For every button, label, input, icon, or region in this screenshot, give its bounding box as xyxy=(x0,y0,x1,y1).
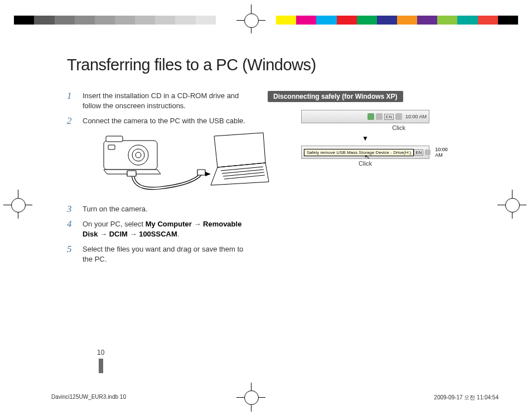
page-number-bar xyxy=(99,359,103,373)
steps-column: Insert the installation CD in a CD-ROM d… xyxy=(67,91,251,269)
page-number: 10 xyxy=(97,349,104,356)
svg-rect-7 xyxy=(197,170,205,175)
taskbar-screenshot-2: Safely remove USB Mass Storage Device - … xyxy=(301,146,429,159)
svg-point-4 xyxy=(136,152,141,158)
language-indicator: EN xyxy=(414,149,423,156)
camera-to-laptop-illustration xyxy=(98,131,271,197)
footer-filename: Davinci125UW_EUR3.indb 10 xyxy=(51,394,126,402)
right-column: Disconnecting safely (for Windows XP) EN… xyxy=(268,91,463,269)
click-label-2: Click xyxy=(303,160,428,167)
step-5: Select the files you want and drag or sa… xyxy=(67,244,251,264)
step-4-mycomputer: My Computer xyxy=(146,220,192,228)
registration-mark-icon xyxy=(505,198,520,213)
step-4-100sscam: 100SSCAM xyxy=(139,230,177,238)
svg-rect-5 xyxy=(108,145,115,149)
down-arrow-icon: ▼ xyxy=(303,134,428,142)
taskbar-clock: 10:00 AM xyxy=(435,147,448,158)
registration-mark-icon xyxy=(11,198,26,213)
taskbar-clock: 10:00 AM xyxy=(405,114,427,119)
step-1: Insert the installation CD in a CD-ROM d… xyxy=(67,91,251,110)
disconnect-heading: Disconnecting safely (for Windows XP) xyxy=(268,91,403,102)
tray-icon xyxy=(376,113,383,120)
printer-color-bar xyxy=(0,16,532,25)
step-3: Turn on the camera. xyxy=(67,204,251,214)
footer-timestamp: 2009-09-17 오전 11:04:54 xyxy=(434,394,499,402)
usb-tray-icon xyxy=(367,113,374,120)
svg-rect-6 xyxy=(127,171,136,176)
page-title: Transferring files to a PC (Windows) xyxy=(67,56,468,74)
step-4-dcim: DCIM xyxy=(109,230,128,238)
language-indicator: EN xyxy=(384,114,394,120)
step-4-pre: On your PC, select xyxy=(83,220,146,228)
click-label-1: Click xyxy=(303,124,428,131)
registration-mark-icon xyxy=(244,13,259,28)
step-4: On your PC, select My Computer → Removab… xyxy=(67,219,251,239)
tray-icon xyxy=(425,149,431,155)
safely-remove-tooltip: Safely remove USB Mass Storage Device - … xyxy=(304,149,414,156)
tray-icon xyxy=(395,113,402,120)
step-2: Connect the camera to the PC with the US… xyxy=(67,116,251,197)
page-number-block: 10 xyxy=(97,349,104,373)
step-2-text: Connect the camera to the PC with the US… xyxy=(83,117,245,125)
print-footer: Davinci125UW_EUR3.indb 10 2009-09-17 오전 … xyxy=(51,394,499,402)
taskbar-screenshot-1: EN 10:00 AM xyxy=(301,110,429,123)
svg-rect-1 xyxy=(106,136,123,142)
